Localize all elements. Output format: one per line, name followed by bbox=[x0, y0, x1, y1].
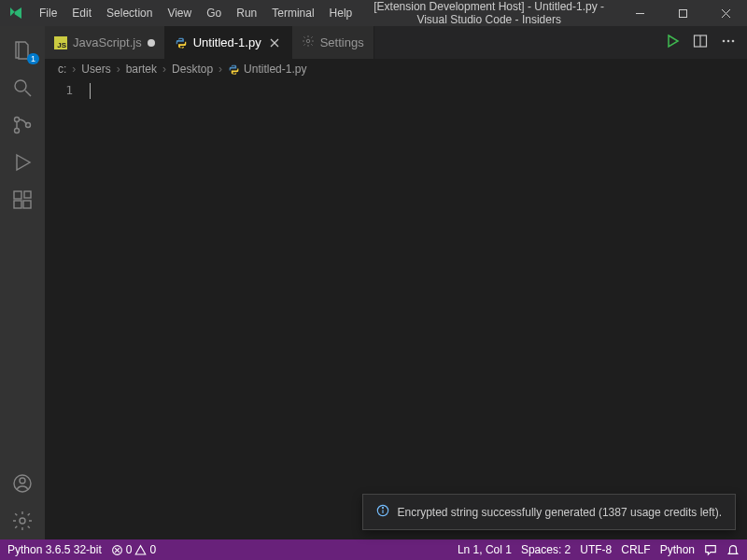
svg-rect-10 bbox=[14, 201, 21, 208]
python-file-icon bbox=[228, 63, 240, 76]
line-number: 1 bbox=[45, 83, 73, 97]
tab-untitled-py[interactable]: Untitled-1.py bbox=[165, 26, 292, 59]
svg-point-26 bbox=[383, 508, 384, 509]
menu-bar: File Edit Selection View Go Run Terminal… bbox=[32, 0, 359, 26]
svg-point-6 bbox=[15, 118, 20, 122]
svg-point-14 bbox=[20, 478, 25, 483]
feedback-icon[interactable] bbox=[704, 543, 717, 556]
js-file-icon: JS bbox=[54, 36, 67, 49]
menu-go[interactable]: Go bbox=[199, 0, 229, 26]
accounts-icon[interactable] bbox=[0, 465, 45, 502]
close-tab-icon[interactable] bbox=[267, 35, 282, 50]
error-count: 0 bbox=[126, 543, 133, 556]
editor[interactable]: 1 bbox=[45, 79, 747, 539]
menu-run[interactable]: Run bbox=[229, 0, 264, 26]
tab-label: Untitled-1.py bbox=[193, 35, 261, 49]
code-area[interactable] bbox=[90, 79, 747, 539]
titlebar: File Edit Selection View Go Run Terminal… bbox=[0, 0, 747, 26]
source-control-icon[interactable] bbox=[0, 106, 45, 144]
editor-actions bbox=[654, 26, 747, 59]
svg-rect-12 bbox=[24, 191, 31, 198]
run-icon[interactable] bbox=[665, 34, 680, 51]
warning-count: 0 bbox=[149, 543, 156, 556]
status-bar: Python 3.6.5 32-bit 0 0 Ln 1, Col 1 Spac… bbox=[0, 539, 747, 560]
status-indent[interactable]: Spaces: 2 bbox=[521, 543, 571, 556]
tab-label: JavaScript.js bbox=[73, 35, 142, 49]
run-debug-icon[interactable] bbox=[0, 144, 45, 181]
breadcrumb-segment[interactable]: c: bbox=[58, 63, 66, 76]
svg-rect-9 bbox=[14, 191, 21, 199]
svg-point-15 bbox=[20, 518, 25, 524]
tab-settings[interactable]: Settings bbox=[292, 26, 374, 59]
tab-bar: JS JavaScript.js Untitled-1.py Settings bbox=[45, 26, 747, 59]
notifications-icon[interactable] bbox=[726, 543, 740, 556]
menu-help[interactable]: Help bbox=[322, 0, 360, 26]
search-icon[interactable] bbox=[0, 69, 45, 106]
breadcrumb-segment[interactable]: Users bbox=[81, 63, 110, 76]
breadcrumb-segment[interactable]: Desktop bbox=[172, 63, 213, 76]
notification-text: Encrypted string successfully generated … bbox=[397, 506, 722, 519]
info-icon bbox=[376, 504, 389, 520]
split-editor-icon[interactable] bbox=[693, 34, 708, 51]
chevron-right-icon: › bbox=[72, 63, 76, 76]
menu-selection[interactable]: Selection bbox=[99, 0, 160, 26]
tab-label: Settings bbox=[320, 35, 364, 49]
status-encoding[interactable]: UTF-8 bbox=[580, 543, 612, 556]
status-eol[interactable]: CRLF bbox=[621, 543, 650, 556]
svg-point-7 bbox=[15, 129, 20, 133]
more-actions-icon[interactable] bbox=[721, 34, 736, 51]
breadcrumb-segment[interactable]: bartek bbox=[126, 63, 157, 76]
chevron-right-icon: › bbox=[218, 63, 222, 76]
close-button[interactable] bbox=[704, 0, 747, 26]
svg-point-23 bbox=[732, 40, 735, 43]
menu-file[interactable]: File bbox=[32, 0, 64, 26]
status-problems[interactable]: 0 0 bbox=[111, 543, 156, 556]
minimize-button[interactable] bbox=[618, 0, 661, 26]
status-interpreter[interactable]: Python 3.6.5 32-bit bbox=[7, 543, 102, 556]
gear-icon bbox=[302, 35, 315, 50]
settings-gear-icon[interactable] bbox=[0, 502, 45, 539]
svg-rect-1 bbox=[679, 9, 686, 17]
status-cursor[interactable]: Ln 1, Col 1 bbox=[458, 543, 512, 556]
svg-point-21 bbox=[723, 40, 726, 43]
svg-rect-11 bbox=[23, 201, 31, 208]
window-title: [Extension Development Host] - Untitled-… bbox=[359, 0, 618, 26]
menu-view[interactable]: View bbox=[160, 0, 199, 26]
window-controls bbox=[618, 0, 747, 26]
explorer-icon[interactable]: 1 bbox=[0, 32, 45, 69]
chevron-right-icon: › bbox=[162, 63, 166, 76]
notification-toast[interactable]: Encrypted string successfully generated … bbox=[362, 494, 736, 530]
maximize-button[interactable] bbox=[661, 0, 704, 26]
activity-bar: 1 bbox=[0, 26, 45, 539]
dirty-indicator bbox=[148, 39, 155, 47]
breadcrumb[interactable]: c: › Users › bartek › Desktop › Untitled… bbox=[45, 59, 747, 79]
text-cursor bbox=[90, 83, 91, 99]
line-gutter: 1 bbox=[45, 79, 90, 539]
breadcrumb-segment[interactable]: Untitled-1.py bbox=[244, 63, 306, 76]
svg-line-5 bbox=[25, 91, 31, 96]
menu-terminal[interactable]: Terminal bbox=[264, 0, 321, 26]
python-file-icon bbox=[175, 36, 188, 49]
svg-point-4 bbox=[15, 80, 26, 91]
extensions-icon[interactable] bbox=[0, 181, 45, 218]
app-icon bbox=[0, 6, 32, 21]
chevron-right-icon: › bbox=[117, 63, 120, 76]
menu-edit[interactable]: Edit bbox=[64, 0, 99, 26]
tab-javascript[interactable]: JS JavaScript.js bbox=[45, 26, 165, 59]
svg-point-22 bbox=[727, 40, 730, 43]
status-language[interactable]: Python bbox=[660, 543, 695, 556]
svg-point-18 bbox=[306, 39, 310, 43]
explorer-badge: 1 bbox=[27, 53, 39, 64]
editor-area: JS JavaScript.js Untitled-1.py Settings bbox=[45, 26, 747, 539]
